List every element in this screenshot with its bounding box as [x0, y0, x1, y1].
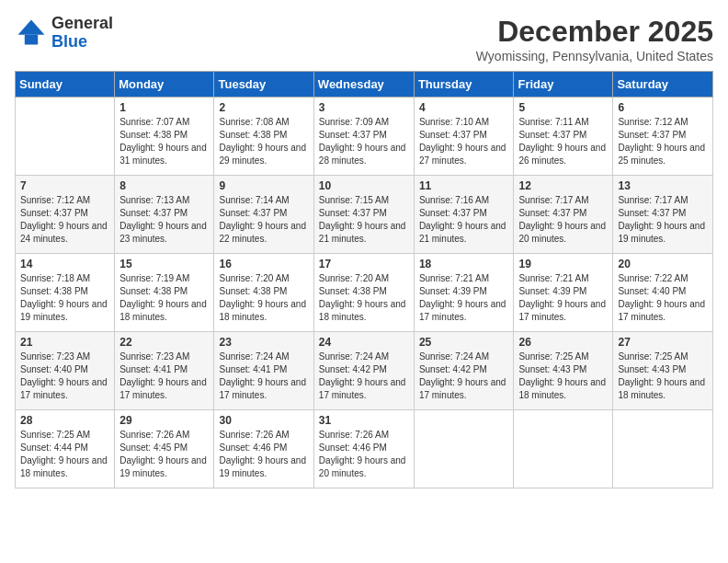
calendar-day-cell: 6Sunrise: 7:12 AMSunset: 4:37 PMDaylight… — [613, 98, 713, 176]
day-header-monday: Monday — [115, 72, 214, 98]
svg-marker-0 — [18, 19, 45, 34]
month-title: December 2025 — [476, 15, 713, 49]
calendar-day-cell: 4Sunrise: 7:10 AMSunset: 4:37 PMDaylight… — [414, 98, 514, 176]
day-info: Sunrise: 7:23 AMSunset: 4:41 PMDaylight:… — [119, 350, 209, 402]
logo-icon — [15, 17, 48, 50]
day-number: 18 — [419, 258, 509, 270]
day-info: Sunrise: 7:25 AMSunset: 4:43 PMDaylight:… — [518, 350, 608, 402]
day-info: Sunrise: 7:25 AMSunset: 4:44 PMDaylight:… — [20, 429, 109, 480]
day-header-tuesday: Tuesday — [214, 72, 313, 98]
logo-text: General Blue — [51, 15, 113, 52]
header: General Blue December 2025 Wyomissing, P… — [15, 15, 713, 63]
day-number: 8 — [119, 179, 209, 192]
day-info: Sunrise: 7:12 AMSunset: 4:37 PMDaylight:… — [618, 116, 708, 167]
calendar-day-cell: 12Sunrise: 7:17 AMSunset: 4:37 PMDayligh… — [514, 176, 613, 254]
calendar-day-cell: 16Sunrise: 7:20 AMSunset: 4:38 PMDayligh… — [214, 254, 313, 332]
calendar-day-cell — [613, 410, 713, 488]
day-number: 15 — [119, 258, 209, 270]
calendar-day-cell: 23Sunrise: 7:24 AMSunset: 4:41 PMDayligh… — [214, 332, 313, 410]
day-number: 28 — [20, 414, 109, 427]
day-number: 31 — [319, 414, 409, 427]
calendar-day-cell: 7Sunrise: 7:12 AMSunset: 4:37 PMDaylight… — [16, 176, 115, 254]
day-info: Sunrise: 7:25 AMSunset: 4:43 PMDaylight:… — [618, 350, 708, 402]
day-info: Sunrise: 7:22 AMSunset: 4:40 PMDaylight:… — [618, 272, 708, 324]
calendar-table: SundayMondayTuesdayWednesdayThursdayFrid… — [15, 71, 713, 488]
day-number: 6 — [618, 101, 708, 114]
day-number: 30 — [219, 414, 308, 427]
day-number: 26 — [518, 336, 608, 349]
day-info: Sunrise: 7:24 AMSunset: 4:42 PMDaylight:… — [319, 350, 409, 402]
calendar-day-cell: 24Sunrise: 7:24 AMSunset: 4:42 PMDayligh… — [313, 332, 414, 410]
day-info: Sunrise: 7:21 AMSunset: 4:39 PMDaylight:… — [419, 272, 509, 324]
day-number: 23 — [219, 336, 308, 349]
calendar-day-cell: 27Sunrise: 7:25 AMSunset: 4:43 PMDayligh… — [613, 332, 713, 410]
calendar-day-cell: 29Sunrise: 7:26 AMSunset: 4:45 PMDayligh… — [115, 410, 214, 488]
day-info: Sunrise: 7:17 AMSunset: 4:37 PMDaylight:… — [618, 194, 708, 246]
calendar-day-cell: 14Sunrise: 7:18 AMSunset: 4:38 PMDayligh… — [16, 254, 115, 332]
day-info: Sunrise: 7:08 AMSunset: 4:38 PMDaylight:… — [219, 116, 308, 167]
calendar-day-cell: 25Sunrise: 7:24 AMSunset: 4:42 PMDayligh… — [414, 332, 514, 410]
calendar-week-row: 21Sunrise: 7:23 AMSunset: 4:40 PMDayligh… — [16, 332, 713, 410]
day-info: Sunrise: 7:12 AMSunset: 4:37 PMDaylight:… — [20, 194, 109, 246]
calendar-day-cell — [514, 410, 613, 488]
day-info: Sunrise: 7:07 AMSunset: 4:38 PMDaylight:… — [119, 116, 209, 167]
day-header-thursday: Thursday — [414, 72, 514, 98]
day-info: Sunrise: 7:14 AMSunset: 4:37 PMDaylight:… — [219, 194, 308, 246]
day-info: Sunrise: 7:16 AMSunset: 4:37 PMDaylight:… — [419, 194, 509, 246]
day-number: 22 — [119, 336, 209, 349]
calendar-day-cell — [414, 410, 514, 488]
logo: General Blue — [15, 15, 113, 52]
day-number: 24 — [319, 336, 409, 349]
day-number: 1 — [119, 101, 209, 114]
calendar-day-cell: 11Sunrise: 7:16 AMSunset: 4:37 PMDayligh… — [414, 176, 514, 254]
day-number: 10 — [319, 179, 409, 192]
day-info: Sunrise: 7:18 AMSunset: 4:38 PMDaylight:… — [20, 272, 109, 324]
day-info: Sunrise: 7:20 AMSunset: 4:38 PMDaylight:… — [219, 272, 308, 324]
calendar-week-row: 28Sunrise: 7:25 AMSunset: 4:44 PMDayligh… — [16, 410, 713, 488]
calendar-day-cell: 17Sunrise: 7:20 AMSunset: 4:38 PMDayligh… — [313, 254, 414, 332]
calendar-week-row: 7Sunrise: 7:12 AMSunset: 4:37 PMDaylight… — [16, 176, 713, 254]
calendar-day-cell: 2Sunrise: 7:08 AMSunset: 4:38 PMDaylight… — [214, 98, 313, 176]
location-title: Wyomissing, Pennsylvania, United States — [476, 49, 713, 63]
calendar-day-cell: 22Sunrise: 7:23 AMSunset: 4:41 PMDayligh… — [115, 332, 214, 410]
calendar-day-cell: 3Sunrise: 7:09 AMSunset: 4:37 PMDaylight… — [313, 98, 414, 176]
calendar-day-cell: 15Sunrise: 7:19 AMSunset: 4:38 PMDayligh… — [115, 254, 214, 332]
day-info: Sunrise: 7:24 AMSunset: 4:41 PMDaylight:… — [219, 350, 308, 402]
day-number: 17 — [319, 258, 409, 270]
calendar-day-cell: 13Sunrise: 7:17 AMSunset: 4:37 PMDayligh… — [613, 176, 713, 254]
day-info: Sunrise: 7:20 AMSunset: 4:38 PMDaylight:… — [319, 272, 409, 324]
day-number: 4 — [419, 101, 509, 114]
calendar-day-cell: 31Sunrise: 7:26 AMSunset: 4:46 PMDayligh… — [313, 410, 414, 488]
calendar-day-cell: 18Sunrise: 7:21 AMSunset: 4:39 PMDayligh… — [414, 254, 514, 332]
calendar-day-cell: 19Sunrise: 7:21 AMSunset: 4:39 PMDayligh… — [514, 254, 613, 332]
svg-rect-1 — [25, 35, 38, 45]
day-info: Sunrise: 7:24 AMSunset: 4:42 PMDaylight:… — [419, 350, 509, 402]
calendar-day-cell: 5Sunrise: 7:11 AMSunset: 4:37 PMDaylight… — [514, 98, 613, 176]
day-number: 13 — [618, 179, 708, 192]
calendar-week-row: 1Sunrise: 7:07 AMSunset: 4:38 PMDaylight… — [16, 98, 713, 176]
day-number: 12 — [518, 179, 608, 192]
day-header-wednesday: Wednesday — [313, 72, 414, 98]
day-number: 9 — [219, 179, 308, 192]
day-info: Sunrise: 7:23 AMSunset: 4:40 PMDaylight:… — [20, 350, 109, 402]
calendar-day-cell: 28Sunrise: 7:25 AMSunset: 4:44 PMDayligh… — [16, 410, 115, 488]
calendar-day-cell — [16, 98, 115, 176]
calendar-week-row: 14Sunrise: 7:18 AMSunset: 4:38 PMDayligh… — [16, 254, 713, 332]
title-section: December 2025 Wyomissing, Pennsylvania, … — [476, 15, 713, 63]
day-info: Sunrise: 7:26 AMSunset: 4:46 PMDaylight:… — [319, 429, 409, 480]
day-info: Sunrise: 7:26 AMSunset: 4:46 PMDaylight:… — [219, 429, 308, 480]
day-info: Sunrise: 7:15 AMSunset: 4:37 PMDaylight:… — [319, 194, 409, 246]
calendar-day-cell: 26Sunrise: 7:25 AMSunset: 4:43 PMDayligh… — [514, 332, 613, 410]
day-number: 11 — [419, 179, 509, 192]
day-info: Sunrise: 7:09 AMSunset: 4:37 PMDaylight:… — [319, 116, 409, 167]
day-number: 19 — [518, 258, 608, 270]
day-header-sunday: Sunday — [16, 72, 115, 98]
day-number: 7 — [20, 179, 109, 192]
day-number: 25 — [419, 336, 509, 349]
calendar-day-cell: 20Sunrise: 7:22 AMSunset: 4:40 PMDayligh… — [613, 254, 713, 332]
day-info: Sunrise: 7:26 AMSunset: 4:45 PMDaylight:… — [119, 429, 209, 480]
calendar-header-row: SundayMondayTuesdayWednesdayThursdayFrid… — [16, 72, 713, 98]
day-number: 29 — [119, 414, 209, 427]
day-info: Sunrise: 7:19 AMSunset: 4:38 PMDaylight:… — [119, 272, 209, 324]
day-header-friday: Friday — [514, 72, 613, 98]
